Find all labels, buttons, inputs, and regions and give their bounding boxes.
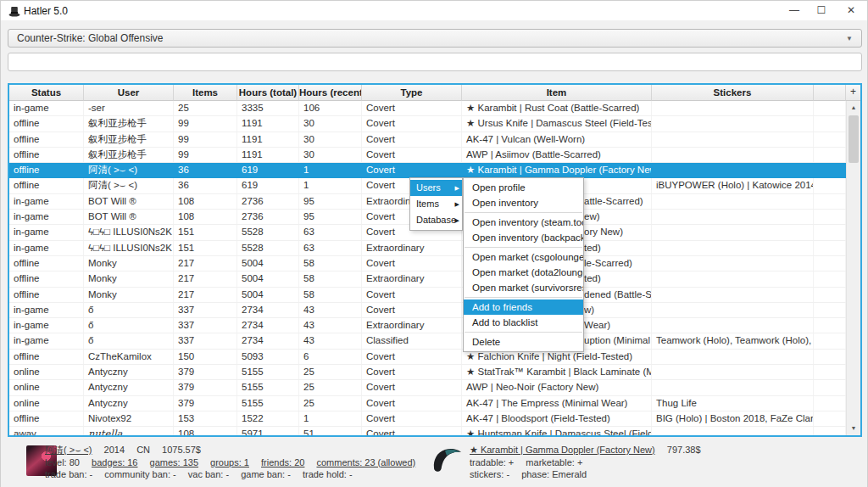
- cell-stickers: [652, 101, 814, 115]
- column-header-status[interactable]: Status: [9, 85, 84, 101]
- scroll-up-icon[interactable]: ▲: [847, 101, 860, 115]
- submenu-arrow-icon: ▶: [455, 180, 459, 196]
- cell-hours-total: 5004: [237, 256, 299, 271]
- cell-user: 叙利亚步枪手: [84, 132, 174, 147]
- cell-type: Covert: [362, 427, 462, 435]
- friends-link[interactable]: friends: 20: [261, 457, 304, 467]
- cell-hours-recent: 95: [299, 194, 362, 209]
- cell-status: offline: [9, 271, 84, 286]
- comments-link[interactable]: comments: 23 (allowed): [316, 457, 415, 467]
- cell-items: 108: [174, 427, 237, 435]
- column-header-type[interactable]: Type: [362, 85, 462, 101]
- window-title: Hatler 5.0: [24, 5, 68, 17]
- cell-user: ő: [84, 303, 174, 317]
- item-market-link[interactable]: ★ Karambit | Gamma Doppler (Factory New): [470, 445, 655, 455]
- submenu-item-open-market-csgolounge-com[interactable]: Open market (csgolounge.com): [464, 249, 583, 265]
- groups-link[interactable]: groups: 1: [210, 457, 249, 467]
- cell-user: ϟ□ϟ□ ILLUSI0Ns2K ϟ□ϟ: [84, 241, 174, 255]
- cell-filler: [814, 380, 846, 395]
- minimize-button[interactable]: —: [782, 1, 807, 20]
- cell-hours-total: 5093: [237, 350, 299, 364]
- cell-filler: [814, 241, 846, 255]
- menu-separator: [465, 332, 582, 333]
- cell-hours-recent: 30: [299, 116, 362, 131]
- cell-items: 36: [174, 178, 237, 193]
- table-row[interactable]: offline叙利亚步枪手99119130CovertAK-47 | Vulca…: [9, 132, 846, 148]
- submenu-item-add-to-friends[interactable]: Add to friends: [464, 299, 583, 315]
- user-profile-link[interactable]: 阿清( >⌣ <): [45, 445, 92, 455]
- column-header-items[interactable]: Items: [174, 85, 237, 101]
- column-header-filler: [814, 85, 846, 101]
- submenu-item-open-market-dota2lounge-com[interactable]: Open market (dota2lounge.com): [464, 265, 583, 280]
- cell-items: 36: [174, 163, 237, 177]
- cell-hours-total: 2736: [237, 194, 299, 209]
- games-link[interactable]: games: 135: [150, 457, 198, 467]
- cell-items: 379: [174, 396, 237, 411]
- cell-hours-recent: 106: [299, 101, 362, 115]
- cell-type: Covert: [362, 303, 462, 317]
- table-row[interactable]: onlineAntyczny379515525CovertAWP | Neo-N…: [9, 380, 846, 395]
- table-row[interactable]: awaynutella108597151Covert★ Huntsman Kni…: [9, 427, 846, 435]
- menu-item-items[interactable]: Items▶: [410, 196, 462, 212]
- table-row[interactable]: in-gameő337273443Covertw): [9, 303, 846, 318]
- column-header-item[interactable]: Item: [462, 85, 652, 101]
- cell-hours-total: 5528: [237, 241, 299, 255]
- add-column-button[interactable]: +: [846, 85, 860, 101]
- cell-filler: [814, 225, 846, 239]
- cell-status: in-game: [9, 194, 84, 209]
- cell-filler: [814, 256, 846, 271]
- table-row[interactable]: in-gameő337273443Classifieduption (Minim…: [9, 333, 846, 349]
- table-row[interactable]: onlineAntyczny379515525CovertAK-47 | The…: [9, 396, 846, 411]
- cell-user: 叙利亚步枪手: [84, 116, 174, 131]
- table-row[interactable]: in-gameő337273443ExtraordinaryWear): [9, 318, 846, 333]
- menu-item-users[interactable]: Users▶: [410, 180, 462, 196]
- cell-hours-recent: 51: [299, 427, 362, 435]
- cell-hours-total: 619: [237, 163, 299, 177]
- cell-status: offline: [9, 116, 84, 131]
- context-menu: Users▶Items▶Database▶: [409, 177, 463, 231]
- table-row[interactable]: offline阿清( >⌣ <)366191Covert★ Karambit |…: [9, 163, 846, 178]
- maximize-button[interactable]: ☐: [809, 1, 834, 20]
- column-header-hours-total[interactable]: Hours (total): [237, 85, 299, 101]
- cell-stickers: [652, 194, 814, 209]
- menu-item-database[interactable]: Database▶: [410, 212, 462, 228]
- cell-hours-recent: 58: [299, 271, 362, 286]
- badges-link[interactable]: badges: 16: [92, 457, 137, 467]
- table-header-row: StatusUserItemsHours (total)Hours (recen…: [9, 85, 860, 101]
- column-header-user[interactable]: User: [84, 85, 174, 101]
- submenu-item-open-inventory-steam-tools[interactable]: Open inventory (steam.tools): [464, 215, 583, 230]
- table-row[interactable]: onlineAntyczny379515525Covert★ StatTrak™…: [9, 365, 846, 380]
- table-row[interactable]: offline叙利亚步枪手99119130Covert★ Ursus Knife…: [9, 116, 846, 132]
- column-header-stickers[interactable]: Stickers: [652, 85, 814, 101]
- cell-hours-recent: 63: [299, 225, 362, 239]
- submenu-item-open-inventory[interactable]: Open inventory: [464, 195, 583, 210]
- game-select-dropdown[interactable]: Counter-Strike: Global Offensive ▼: [8, 29, 862, 48]
- cell-user: Antyczny: [84, 365, 174, 379]
- scroll-down-icon[interactable]: ▼: [847, 422, 860, 435]
- cell-stickers: [652, 210, 814, 224]
- table-row[interactable]: offlineCzTheKamilox15050936Covert★ Falch…: [9, 350, 846, 365]
- submenu-item-open-market-survivorsrest-com[interactable]: Open market (survivorsrest.com): [464, 280, 583, 295]
- table-row[interactable]: in-gameϟ□ϟ□ ILLUSI0Ns2K ϟ□ϟ151552863Extr…: [9, 241, 846, 256]
- cell-items: 99: [174, 116, 237, 131]
- column-header-hours-recent[interactable]: Hours (recent): [299, 85, 362, 101]
- cell-status: offline: [9, 132, 84, 147]
- cell-filler: [814, 288, 846, 302]
- close-button[interactable]: ✕: [838, 1, 864, 20]
- submenu-item-open-inventory-backpack-tf[interactable]: Open inventory (backpack.tf): [464, 230, 583, 245]
- table-row[interactable]: offline叙利亚步枪手99119130CovertAWP | Asiimov…: [9, 148, 846, 163]
- search-input[interactable]: [8, 53, 862, 71]
- submenu-item-open-profile[interactable]: Open profile: [464, 180, 583, 195]
- scrollbar-thumb[interactable]: [849, 115, 859, 163]
- table-row[interactable]: offlineMonky217500458Covertle-Scarred): [9, 256, 846, 271]
- submenu-item-add-to-blacklist[interactable]: Add to blacklist: [464, 315, 583, 330]
- submenu-arrow-icon: ▶: [455, 212, 459, 228]
- vertical-scrollbar: ▲ ▼: [846, 101, 860, 435]
- table-row[interactable]: offlineMonky217500458Covertdened (Battle…: [9, 288, 846, 303]
- table-row[interactable]: offlineMonky217500458Extraordinaryted): [9, 271, 846, 287]
- cell-type: Covert: [362, 132, 462, 147]
- table-row[interactable]: offlineNivotex9215315221CovertAK-47 | Bl…: [9, 411, 846, 427]
- cell-type: Extraordinary: [362, 271, 462, 286]
- table-row[interactable]: in-game-ser253335106Covert★ Karambit | R…: [9, 101, 846, 116]
- submenu-item-delete[interactable]: Delete: [464, 334, 583, 350]
